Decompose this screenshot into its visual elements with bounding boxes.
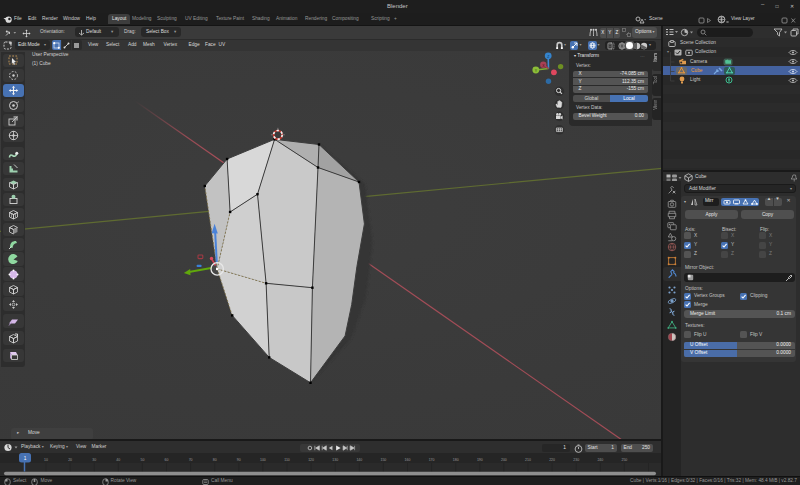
svg-text:60: 60 <box>165 458 169 462</box>
svg-text:120: 120 <box>308 458 314 462</box>
svg-text:20: 20 <box>68 458 72 462</box>
svg-text:240: 240 <box>597 458 603 462</box>
svg-text:10: 10 <box>44 458 48 462</box>
svg-text:140: 140 <box>356 458 362 462</box>
svg-text:110: 110 <box>284 458 290 462</box>
svg-text:250: 250 <box>621 458 627 462</box>
svg-text:50: 50 <box>140 458 144 462</box>
svg-text:220: 220 <box>549 458 555 462</box>
svg-text:180: 180 <box>453 458 459 462</box>
svg-text:190: 190 <box>477 458 483 462</box>
svg-text:170: 170 <box>429 458 435 462</box>
svg-text:130: 130 <box>332 458 338 462</box>
svg-text:80: 80 <box>213 458 217 462</box>
svg-text:1: 1 <box>24 456 27 461</box>
svg-text:230: 230 <box>573 458 579 462</box>
svg-text:160: 160 <box>405 458 411 462</box>
svg-text:150: 150 <box>380 458 386 462</box>
svg-text:40: 40 <box>116 458 120 462</box>
svg-text:210: 210 <box>525 458 531 462</box>
svg-text:70: 70 <box>189 458 193 462</box>
svg-text:200: 200 <box>501 458 507 462</box>
svg-text:90: 90 <box>237 458 241 462</box>
svg-text:30: 30 <box>92 458 96 462</box>
svg-text:100: 100 <box>260 458 266 462</box>
